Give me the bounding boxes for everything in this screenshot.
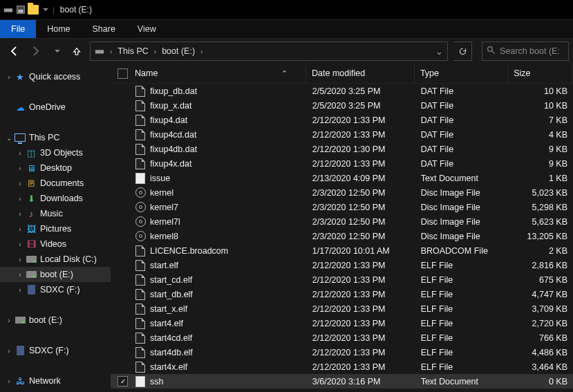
file-date: 2/3/2020 12:50 PM <box>307 217 415 227</box>
table-row[interactable]: start.elf2/12/2020 1:33 PMELF File2,816 … <box>111 258 573 272</box>
column-label: Date modified <box>312 68 365 78</box>
table-row[interactable]: fixup_x.dat2/5/2020 3:25 PMDAT File10 KB <box>111 98 573 113</box>
ribbon-tab-home[interactable]: Home <box>36 20 81 38</box>
column-date[interactable]: Date modified <box>306 64 415 83</box>
file-icon <box>135 304 145 315</box>
file-icon <box>135 115 145 126</box>
nav-row: › This PC › boot (E:) › ⌄ Search boot (E… <box>0 38 573 64</box>
table-row[interactable]: start4.elf2/12/2020 1:33 PMELF File2,720… <box>111 316 573 330</box>
sidebar-label: Downloads <box>40 194 83 203</box>
sidebar-item-documents[interactable]: ›🖹Documents <box>0 176 111 191</box>
disc-icon <box>135 216 146 227</box>
table-row[interactable]: kernel72/3/2020 12:50 PMDisc Image File5… <box>111 200 573 214</box>
refresh-button[interactable] <box>453 41 472 61</box>
nav-forward-button[interactable] <box>28 44 43 59</box>
sidebar-label: Quick access <box>29 72 80 82</box>
file-size: 13,205 KB <box>509 232 573 241</box>
ribbon-tab-view[interactable]: View <box>126 20 167 38</box>
save-icon[interactable] <box>15 4 26 15</box>
sidebar-item-3d-objects[interactable]: ›◫3D Objects <box>0 145 111 160</box>
nav-up-button[interactable] <box>69 44 84 59</box>
table-row[interactable]: start4db.elf2/12/2020 1:33 PMELF File4,4… <box>111 345 573 360</box>
sidebar-item-downloads[interactable]: ›⬇Downloads <box>0 191 111 206</box>
column-size[interactable]: Size <box>508 64 573 83</box>
file-name: LICENCE.broadcom <box>150 246 228 256</box>
disc-icon <box>135 187 146 198</box>
select-all-checkbox[interactable] <box>118 68 128 79</box>
sidebar-item-boot-e-dup[interactable]: ›boot (E:) <box>0 312 111 328</box>
sidebar-item-music[interactable]: ›♪Music <box>0 206 111 221</box>
breadcrumb-this-pc[interactable]: This PC <box>115 46 151 56</box>
chevron-right-icon[interactable]: › <box>107 48 115 55</box>
sidebar-item-sdxc-f-dup[interactable]: ›SDXC (F:) <box>0 343 111 358</box>
network-icon: 🖧 <box>14 376 26 386</box>
address-bar[interactable]: › This PC › boot (E:) › ⌄ <box>90 41 448 61</box>
table-row[interactable]: kernel82/3/2020 12:50 PMDisc Image File1… <box>111 229 573 243</box>
music-icon: ♪ <box>25 209 37 219</box>
sidebar-label: boot (E:) <box>40 270 73 279</box>
sidebar-item-local-disk-c[interactable]: ›Local Disk (C:) <box>0 252 111 267</box>
table-row[interactable]: start4x.elf2/12/2020 1:33 PMELF File3,46… <box>111 360 573 374</box>
title-bar: | boot (E:) <box>0 0 573 19</box>
file-list[interactable]: Name ⌃ Date modified Type Size fixup_db.… <box>111 64 573 392</box>
table-row[interactable]: start4cd.elf2/12/2020 1:33 PMELF File766… <box>111 330 573 345</box>
table-row[interactable]: fixup4x.dat2/12/2020 1:33 PMDAT File9 KB <box>111 156 573 171</box>
nav-recent-button[interactable] <box>48 44 64 59</box>
row-checkbox[interactable] <box>118 376 128 386</box>
qat-folder-icon[interactable] <box>28 4 39 15</box>
column-type[interactable]: Type <box>415 64 508 83</box>
column-name[interactable]: Name ⌃ <box>111 64 306 83</box>
sidebar-item-desktop[interactable]: ›🖥Desktop <box>0 160 111 176</box>
drive-icon <box>25 271 37 278</box>
chevron-down-icon[interactable]: ⌄ <box>4 134 14 142</box>
ribbon-tab-share[interactable]: Share <box>82 20 126 38</box>
chevron-right-icon[interactable]: › <box>4 73 14 81</box>
table-row[interactable]: start_db.elf2/12/2020 1:33 PMELF File4,7… <box>111 287 573 301</box>
sidebar-label: Music <box>40 209 63 218</box>
sidebar-label: Desktop <box>40 163 72 173</box>
sidebar-item-videos[interactable]: ›🎞Videos <box>0 236 111 252</box>
file-icon <box>135 362 145 373</box>
sidebar-item-quick-access[interactable]: › ★ Quick access <box>0 69 111 84</box>
table-row[interactable]: kernel2/3/2020 12:50 PMDisc Image File5,… <box>111 185 573 200</box>
table-row[interactable]: start_cd.elf2/12/2020 1:33 PMELF File675… <box>111 272 573 287</box>
sidebar-item-onedrive[interactable]: ☁ OneDrive <box>0 100 111 115</box>
chevron-right-icon[interactable]: › <box>198 48 205 55</box>
table-row[interactable]: fixup4cd.dat2/12/2020 1:33 PMDAT File4 K… <box>111 127 573 142</box>
file-type: ELF File <box>415 362 509 372</box>
svg-line-7 <box>491 50 494 53</box>
table-row[interactable]: ssh3/6/2020 3:16 PMText Document0 KB <box>111 374 573 389</box>
search-input[interactable]: Search boot (E: <box>482 41 569 61</box>
file-name: start_cd.elf <box>150 275 192 285</box>
sidebar-label: This PC <box>29 133 59 142</box>
file-date: 2/12/2020 1:33 PM <box>307 130 415 140</box>
table-row[interactable]: fixup4.dat2/12/2020 1:33 PMDAT File7 KB <box>111 113 573 127</box>
sidebar-item-boot-e[interactable]: ›boot (E:) <box>0 267 111 282</box>
sd-icon <box>25 285 37 295</box>
file-name: kernel7l <box>150 217 180 227</box>
qat-more-icon[interactable] <box>43 8 48 11</box>
file-name: start_db.elf <box>150 290 193 299</box>
cloud-icon: ☁ <box>14 102 26 113</box>
sidebar-item-network[interactable]: ›🖧Network <box>0 373 111 389</box>
nav-back-button[interactable] <box>7 44 22 59</box>
breadcrumb-boot[interactable]: boot (E:) <box>159 46 198 56</box>
table-row[interactable]: fixup4db.dat2/12/2020 1:30 PMDAT File9 K… <box>111 142 573 156</box>
address-dropdown-icon[interactable]: ⌄ <box>435 46 443 57</box>
table-row[interactable]: kernel7l2/3/2020 12:50 PMDisc Image File… <box>111 214 573 229</box>
ribbon-tab-file[interactable]: File <box>0 20 36 38</box>
sidebar-item-pictures[interactable]: ›🖼Pictures <box>0 221 111 236</box>
file-date: 2/12/2020 1:33 PM <box>307 115 415 125</box>
file-date: 2/12/2020 1:33 PM <box>307 304 415 314</box>
file-size: 5,023 KB <box>509 188 573 198</box>
table-row[interactable]: start_x.elf2/12/2020 1:33 PMELF File3,70… <box>111 301 573 316</box>
chevron-right-icon[interactable]: › <box>151 48 159 55</box>
table-row[interactable]: LICENCE.broadcom1/17/2020 10:01 AMBROADC… <box>111 243 573 258</box>
sidebar-item-this-pc[interactable]: ⌄ This PC <box>0 130 111 145</box>
file-size: 1 KB <box>509 174 573 183</box>
table-row[interactable]: issue2/13/2020 4:09 PMText Document1 KB <box>111 171 573 185</box>
file-name: ssh <box>150 377 163 386</box>
table-row[interactable]: fixup_db.dat2/5/2020 3:25 PMDAT File10 K… <box>111 84 573 98</box>
sidebar-item-sdxc-f[interactable]: ›SDXC (F:) <box>0 282 111 297</box>
nav-sidebar: › ★ Quick access ☁ OneDrive ⌄ This PC ›◫… <box>0 64 111 392</box>
